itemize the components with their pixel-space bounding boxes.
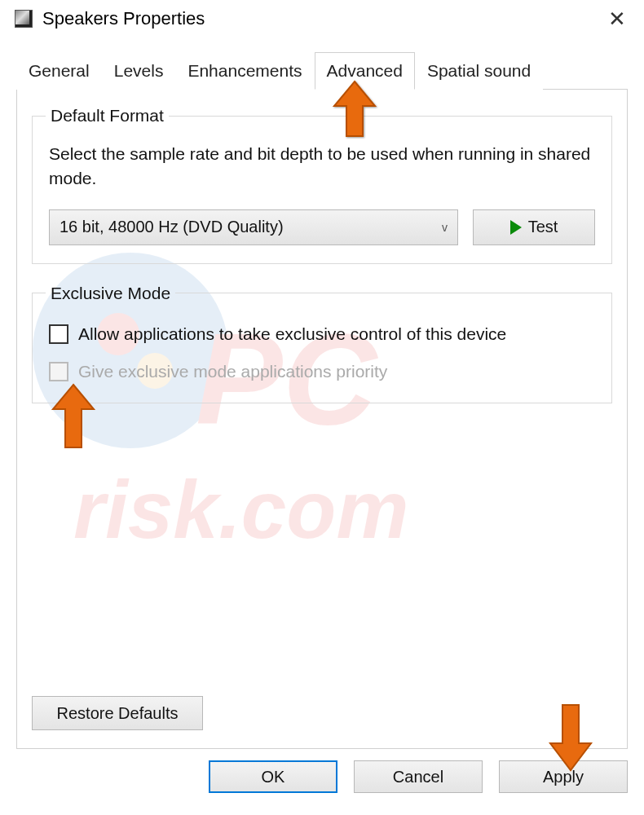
- default-format-description: Select the sample rate and bit depth to …: [49, 142, 595, 192]
- default-format-group: Default Format Select the sample rate an…: [32, 106, 612, 264]
- tab-panel-advanced: Default Format Select the sample rate an…: [16, 89, 628, 749]
- apply-button[interactable]: Apply: [499, 760, 628, 793]
- exclusive-mode-group: Exclusive Mode Allow applications to tak…: [32, 284, 612, 403]
- tab-levels[interactable]: Levels: [102, 52, 176, 90]
- priority-label: Give exclusive mode applications priorit…: [78, 362, 387, 381]
- tab-spatial[interactable]: Spatial sound: [415, 52, 543, 90]
- tab-enhancements[interactable]: Enhancements: [175, 52, 314, 90]
- chevron-down-icon: v: [442, 221, 448, 234]
- close-button[interactable]: ✕: [603, 8, 631, 29]
- exclusive-mode-legend: Exclusive Mode: [46, 284, 175, 303]
- ok-button[interactable]: OK: [209, 760, 337, 793]
- play-icon: [510, 220, 522, 235]
- priority-checkbox: [49, 362, 68, 381]
- title-bar: Speakers Properties ✕: [0, 0, 644, 37]
- test-button[interactable]: Test: [473, 209, 595, 245]
- default-format-legend: Default Format: [46, 106, 169, 126]
- test-button-label: Test: [528, 218, 558, 236]
- allow-exclusive-checkbox[interactable]: [49, 324, 68, 344]
- sample-rate-dropdown[interactable]: 16 bit, 48000 Hz (DVD Quality) v: [49, 209, 458, 245]
- cancel-button[interactable]: Cancel: [354, 760, 483, 793]
- tab-advanced[interactable]: Advanced: [315, 52, 415, 90]
- tab-strip: General Levels Enhancements Advanced Spa…: [16, 52, 628, 90]
- allow-exclusive-label: Allow applications to take exclusive con…: [78, 324, 506, 344]
- dialog-button-row: OK Cancel Apply: [16, 760, 628, 793]
- restore-defaults-button[interactable]: Restore Defaults: [32, 696, 203, 730]
- sample-rate-value: 16 bit, 48000 Hz (DVD Quality): [60, 218, 284, 236]
- window-title: Speakers Properties: [42, 8, 205, 29]
- speaker-icon: [15, 10, 33, 28]
- tab-general[interactable]: General: [16, 52, 102, 90]
